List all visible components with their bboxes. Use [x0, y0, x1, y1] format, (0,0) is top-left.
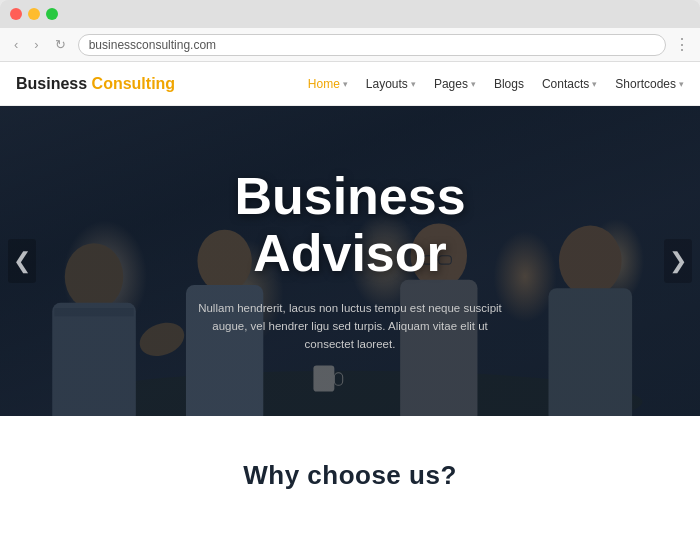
carousel-next-button[interactable]: ❯ [664, 239, 692, 283]
chevron-left-icon: ❮ [13, 248, 31, 274]
nav-item-home[interactable]: Home ▾ [308, 77, 348, 91]
why-choose-us-title: Why choose us? [243, 460, 457, 491]
chevron-down-icon: ▾ [592, 79, 597, 89]
why-choose-us-section: Why choose us? [0, 416, 700, 534]
nav-item-contacts[interactable]: Contacts ▾ [542, 77, 597, 91]
chevron-down-icon: ▾ [343, 79, 348, 89]
nav-label-blogs: Blogs [494, 77, 524, 91]
back-button[interactable]: ‹ [10, 35, 22, 54]
nav-label-contacts: Contacts [542, 77, 589, 91]
chevron-down-icon: ▾ [411, 79, 416, 89]
nav-label-shortcodes: Shortcodes [615, 77, 676, 91]
site-navigation: Home ▾ Layouts ▾ Pages ▾ Blogs Contacts … [308, 77, 684, 91]
nav-label-layouts: Layouts [366, 77, 408, 91]
logo-text-part1: Business [16, 75, 92, 92]
browser-menu-button[interactable]: ⋮ [674, 35, 690, 54]
website-content: Business Consulting Home ▾ Layouts ▾ Pag… [0, 62, 700, 534]
hero-section: BusinessAdvisor Nullam hendrerit, lacus … [0, 106, 700, 416]
carousel-prev-button[interactable]: ❮ [8, 239, 36, 283]
close-button[interactable] [10, 8, 22, 20]
forward-button[interactable]: › [30, 35, 42, 54]
site-header: Business Consulting Home ▾ Layouts ▾ Pag… [0, 62, 700, 106]
nav-item-pages[interactable]: Pages ▾ [434, 77, 476, 91]
address-text: businessconsulting.com [89, 38, 216, 52]
browser-titlebar [0, 0, 700, 28]
chevron-right-icon: ❯ [669, 248, 687, 274]
hero-subtitle: Nullam hendrerit, lacus non luctus tempu… [190, 299, 510, 354]
maximize-button[interactable] [46, 8, 58, 20]
refresh-button[interactable]: ↻ [51, 35, 70, 54]
nav-label-pages: Pages [434, 77, 468, 91]
nav-item-layouts[interactable]: Layouts ▾ [366, 77, 416, 91]
address-bar[interactable]: businessconsulting.com [78, 34, 666, 56]
site-logo[interactable]: Business Consulting [16, 75, 175, 93]
hero-content: BusinessAdvisor Nullam hendrerit, lacus … [190, 168, 510, 354]
nav-label-home: Home [308, 77, 340, 91]
hero-title: BusinessAdvisor [190, 168, 510, 282]
browser-toolbar: ‹ › ↻ businessconsulting.com ⋮ [0, 28, 700, 62]
logo-text-part2: Consulting [92, 75, 176, 92]
minimize-button[interactable] [28, 8, 40, 20]
browser-window: ‹ › ↻ businessconsulting.com ⋮ [0, 0, 700, 62]
chevron-down-icon: ▾ [471, 79, 476, 89]
nav-item-shortcodes[interactable]: Shortcodes ▾ [615, 77, 684, 91]
chevron-down-icon: ▾ [679, 79, 684, 89]
nav-item-blogs[interactable]: Blogs [494, 77, 524, 91]
